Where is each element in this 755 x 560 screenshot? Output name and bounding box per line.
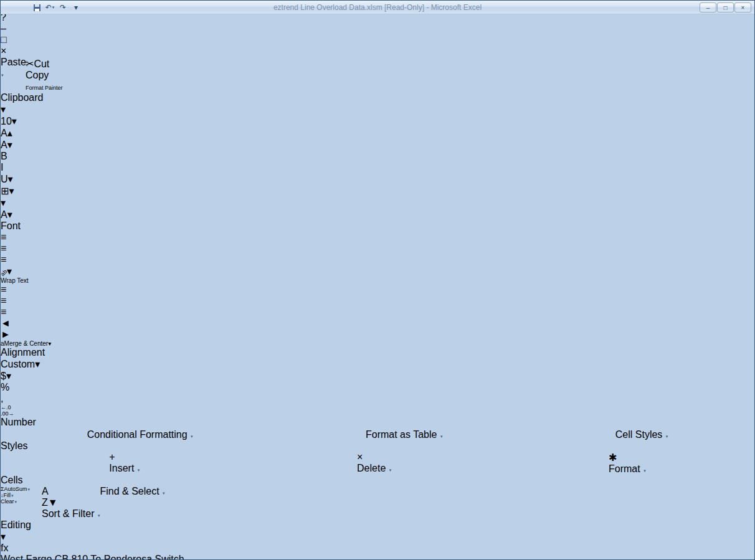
format-as-table-button[interactable]: Format as Table ▾ [366,429,442,440]
chevron-down-icon[interactable]: ▾ [9,186,14,196]
redo-button[interactable]: ↷ [57,2,69,13]
insert-cells-button[interactable]: + Insert ▾ [109,452,140,475]
chevron-down-icon[interactable]: ▾ [440,434,443,439]
chevron-down-icon[interactable]: ▾ [28,487,31,491]
wrap-text-button[interactable]: Wrap Text [1,277,754,284]
align-right-button[interactable]: ≡ [1,306,754,318]
font-name-combo[interactable]: ▾ [1,103,68,115]
cut-button[interactable]: ✂Cut [26,58,63,70]
office-button[interactable] [4,1,30,27]
font-size-value: 10 [1,116,12,126]
italic-button[interactable]: I [1,162,754,173]
decrease-decimal-icon: .00→ [1,411,14,417]
increase-decimal-button[interactable]: ←.0 [1,404,754,411]
minimize-button[interactable]: – [700,2,716,12]
underline-button[interactable]: U▾ [1,173,754,185]
workbook-minimize-button[interactable]: – [1,23,754,34]
insert-function-button[interactable]: fx [1,543,754,554]
font-color-button[interactable]: A▾ [1,209,754,221]
undo-button[interactable]: ↶▾ [44,2,56,13]
percent-style-button[interactable]: % [1,382,754,393]
find-select-button[interactable]: Find & Select ▾ [100,486,164,520]
paste-dropdown-arrow[interactable]: ▾ [1,73,4,77]
close-button[interactable]: × [734,2,751,12]
format-painter-button[interactable]: Format Painter [26,81,63,92]
chevron-down-icon[interactable]: ▾ [643,468,646,473]
align-left-button[interactable]: ≡ [1,284,754,295]
decrease-indent-button[interactable]: ◄ [1,318,754,329]
autosum-button[interactable]: ΣAutoSum▾ [1,486,42,492]
chevron-down-icon[interactable]: ▾ [7,209,12,220]
orientation-button[interactable]: ab▾ [1,265,754,277]
close-icon: × [1,45,6,56]
chevron-down-icon[interactable]: ▾ [191,434,193,439]
editing-group-label: Editing [1,520,754,531]
group-styles: Conditional Formatting ▾ Format as Table… [1,428,754,452]
merge-center-label: Merge & Center [4,340,49,347]
name-box[interactable]: ▾ [1,531,754,543]
copy-button[interactable]: Copy [26,70,63,81]
increase-indent-button[interactable]: ► [1,329,754,340]
workbook-restore-button[interactable]: □ [1,34,754,45]
format-cells-button[interactable]: ✱ Format ▾ [609,452,646,475]
cell-styles-label: Cell Styles [615,429,663,440]
conditional-formatting-button[interactable]: Conditional Formatting ▾ [87,429,193,440]
chevron-down-icon[interactable]: ▾ [163,491,165,495]
wrap-text-label: Wrap Text [1,277,29,284]
fill-color-button[interactable]: ▾ [1,197,754,209]
font-size-combo[interactable]: 10▾ [1,115,26,127]
paste-label: Paste [1,57,26,67]
font-color-icon: A [1,209,7,220]
delete-cells-button[interactable]: × Delete ▾ [357,452,391,475]
align-center-button[interactable]: ≡ [1,295,754,306]
align-bottom-button[interactable]: ≡ [1,254,754,265]
conditional-formatting-label: Conditional Formatting [87,429,188,440]
chevron-down-icon[interactable]: ▾ [15,500,17,504]
bold-button[interactable]: B [1,151,754,162]
fill-button[interactable]: ↓Fill▾ [1,492,42,498]
decrease-decimal-button[interactable]: .00→ [1,411,754,417]
chevron-down-icon[interactable]: ▾ [8,174,13,184]
shrink-font-button[interactable]: A▾ [1,139,754,151]
chevron-down-icon[interactable]: ▾ [6,371,11,381]
chevron-down-icon[interactable]: ▾ [1,531,6,542]
italic-icon: I [1,162,3,173]
sort-filter-button[interactable]: AZ▼ Sort & Filter ▾ [42,486,100,520]
save-button[interactable] [31,2,43,13]
chevron-down-icon[interactable]: ▾ [1,197,6,208]
chevron-down-icon[interactable]: ▾ [11,493,14,498]
number-format-combo[interactable]: Custom▾ [1,358,95,370]
formula-input[interactable]: West Fargo CB 810 To Ponderosa Switch [1,554,754,560]
align-top-button[interactable]: ≡ [1,232,754,243]
title-bar[interactable]: ↶▾ ↷ ▾ eztrend Line Overload Data.xlsm [… [1,1,754,14]
chevron-down-icon[interactable]: ▾ [35,359,40,369]
insert-cells-icon: + [109,452,140,463]
chevron-down-icon[interactable]: ▾ [7,266,12,277]
number-format-value: Custom [1,359,35,369]
cut-icon: ✂ [26,59,34,69]
cell-styles-button[interactable]: Cell Styles ▾ [615,429,668,440]
chevron-down-icon[interactable]: ▾ [1,104,6,115]
undo-dropdown-arrow[interactable]: ▾ [52,5,55,10]
merge-center-button[interactable]: aMerge & Center▾ [1,340,754,347]
align-center-icon: ≡ [1,295,6,306]
align-middle-button[interactable]: ≡ [1,243,754,254]
chevron-down-icon[interactable]: ▾ [138,468,140,472]
chevron-down-icon[interactable]: ▾ [389,468,392,472]
chevron-down-icon[interactable]: ▾ [666,434,668,439]
maximize-button[interactable]: □ [717,2,734,12]
accounting-format-button[interactable]: $▾ [1,370,754,382]
paste-button[interactable]: Paste ▾ [1,57,26,92]
clear-label: Clear [1,498,14,505]
chevron-down-icon[interactable]: ▾ [48,340,51,347]
clear-button[interactable]: Clear▾ [1,498,42,505]
borders-button[interactable]: ⊞▾ [1,185,754,197]
group-number: Custom▾ $▾ % , ←.0 .00→ Number [1,358,754,428]
group-font: ▾ 10▾ A▴ A▾ B I U▾ ⊞▾ ▾ A▾ Font [1,103,754,232]
grow-font-button[interactable]: A▴ [1,127,754,139]
comma-style-button[interactable]: , [1,393,754,404]
chevron-down-icon[interactable]: ▾ [12,116,17,126]
increase-indent-icon: ► [1,329,11,339]
workbook-close-button[interactable]: × [1,45,754,57]
sort-filter-icon: AZ▼ [42,486,100,508]
